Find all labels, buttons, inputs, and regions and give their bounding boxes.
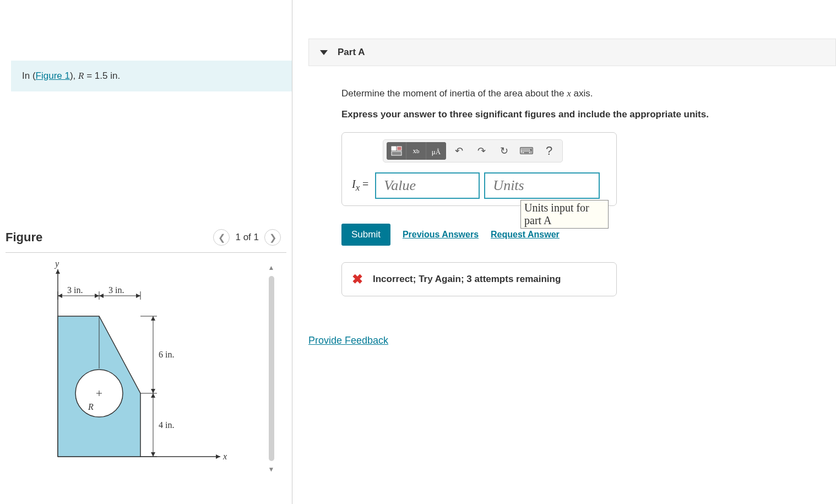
previous-answers-link[interactable]: Previous Answers bbox=[403, 230, 479, 240]
reset-button[interactable]: ↻ bbox=[494, 142, 514, 160]
keyboard-button[interactable]: ⌨ bbox=[517, 142, 536, 160]
xb-template-button[interactable]: xb bbox=[406, 142, 426, 160]
answer-instruction: Express your answer to three significant… bbox=[341, 109, 836, 120]
part-header[interactable]: Part A bbox=[308, 39, 836, 66]
x-axis-label: x bbox=[222, 452, 227, 461]
equation-toolbar: xb μÅ ↶ ↷ ↻ ⌨ ? bbox=[383, 139, 563, 162]
svg-marker-13 bbox=[58, 294, 62, 298]
column-divider bbox=[292, 0, 292, 504]
radius-label: R bbox=[88, 402, 94, 411]
svg-marker-22 bbox=[151, 389, 155, 393]
request-answer-link[interactable]: Request Answer bbox=[491, 230, 560, 240]
problem-statement: In (Figure 1), R = 1.5 in. bbox=[11, 61, 292, 91]
units-tooltip: Units input for part A bbox=[520, 200, 609, 229]
answer-input-row: Ix = bbox=[350, 172, 609, 199]
figure-next-button[interactable]: ❯ bbox=[264, 229, 281, 246]
figure-scrollbar[interactable]: ▲ ▼ bbox=[264, 258, 278, 479]
part-title: Part A bbox=[338, 47, 365, 58]
redo-button[interactable]: ↷ bbox=[471, 142, 491, 160]
question-text: Determine the moment of inertia of the a… bbox=[341, 88, 836, 99]
fraction-template-button[interactable] bbox=[387, 142, 406, 160]
svg-marker-24 bbox=[151, 393, 155, 398]
left-column: In (Figure 1), R = 1.5 in. Figure ❮ 1 of… bbox=[0, 0, 292, 504]
dim-6in: 6 in. bbox=[159, 350, 174, 359]
collapse-triangle-icon[interactable] bbox=[320, 50, 328, 55]
figure-title: Figure bbox=[6, 230, 42, 245]
dim-3in-right: 3 in. bbox=[108, 285, 124, 295]
scroll-track[interactable] bbox=[269, 276, 274, 461]
scroll-down-icon[interactable]: ▼ bbox=[268, 465, 275, 473]
figure-counter: 1 of 1 bbox=[235, 232, 259, 243]
right-column: Part A Determine the moment of inertia o… bbox=[292, 0, 836, 504]
svg-rect-26 bbox=[392, 147, 396, 150]
feedback-message: Incorrect; Try Again; 3 attempts remaini… bbox=[373, 274, 561, 285]
svg-rect-27 bbox=[397, 147, 401, 150]
figure-link[interactable]: Figure 1 bbox=[36, 71, 70, 81]
figure-area: x y R bbox=[6, 258, 286, 479]
units-input[interactable] bbox=[484, 172, 600, 199]
problem-text-prefix: In ( bbox=[22, 71, 36, 81]
y-axis-label: y bbox=[54, 259, 59, 269]
template-buttons: xb μÅ bbox=[387, 142, 446, 160]
submit-button[interactable]: Submit bbox=[341, 224, 390, 246]
help-button[interactable]: ? bbox=[539, 142, 559, 160]
svg-marker-14 bbox=[95, 294, 99, 298]
provide-feedback-link[interactable]: Provide Feedback bbox=[308, 335, 836, 346]
scroll-up-icon[interactable]: ▲ bbox=[268, 264, 275, 272]
value-input[interactable] bbox=[375, 172, 480, 199]
svg-rect-28 bbox=[392, 151, 401, 155]
svg-marker-16 bbox=[136, 294, 140, 298]
svg-marker-1 bbox=[216, 454, 220, 459]
angstrom-template-button[interactable]: μÅ bbox=[426, 142, 446, 160]
svg-marker-25 bbox=[151, 452, 155, 457]
problem-text-suffix: ), R = 1.5 in. bbox=[70, 71, 120, 81]
figure-diagram: x y R bbox=[6, 258, 231, 479]
dim-4in: 4 in. bbox=[159, 420, 174, 430]
answer-box: xb μÅ ↶ ↷ ↻ ⌨ ? Ix = Units input for par… bbox=[341, 132, 617, 206]
figure-prev-button[interactable]: ❮ bbox=[213, 229, 230, 246]
figure-header: Figure ❮ 1 of 1 ❯ bbox=[6, 229, 286, 253]
feedback-box: ✖ Incorrect; Try Again; 3 attempts remai… bbox=[341, 262, 617, 296]
svg-marker-3 bbox=[56, 269, 60, 274]
svg-marker-15 bbox=[99, 294, 104, 298]
dim-3in-left: 3 in. bbox=[67, 285, 83, 295]
undo-button[interactable]: ↶ bbox=[449, 142, 469, 160]
svg-marker-21 bbox=[151, 316, 155, 321]
incorrect-x-icon: ✖ bbox=[352, 272, 363, 287]
answer-lhs: Ix = bbox=[350, 178, 371, 193]
figure-nav: ❮ 1 of 1 ❯ bbox=[213, 229, 281, 246]
